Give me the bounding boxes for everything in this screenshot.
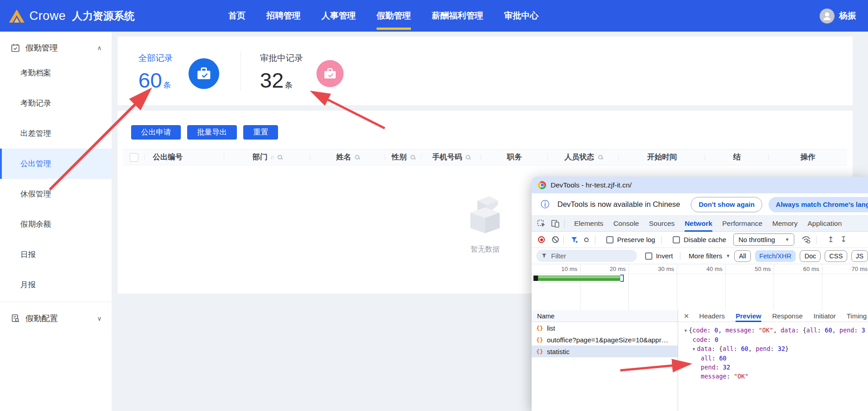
action-button[interactable]: 公出申请: [131, 125, 181, 140]
throttling-select[interactable]: No throttling ▼: [733, 234, 794, 246]
sidebar-item[interactable]: 假期余额: [0, 209, 112, 239]
request-type-chip[interactable]: All: [734, 250, 750, 262]
column-header[interactable]: 手机号码: [421, 149, 481, 165]
timeline-tick-label: 20 ms: [599, 266, 626, 272]
search-icon[interactable]: [466, 155, 470, 159]
close-icon[interactable]: ✕: [684, 312, 689, 320]
waterfall-start-block: [533, 276, 538, 281]
sidebar-item[interactable]: 公出管理: [0, 149, 112, 179]
action-button[interactable]: 批量导出: [187, 125, 237, 140]
dont-show-again-button[interactable]: Don't show again: [691, 197, 762, 212]
devtools-tab[interactable]: Application: [807, 216, 842, 232]
search-icon[interactable]: [584, 238, 589, 242]
export-har-icon[interactable]: ↧: [840, 235, 846, 244]
json-request-icon: {}: [536, 325, 543, 332]
stat-label: 全部记录: [138, 52, 173, 64]
column-header[interactable]: 人员状态: [548, 149, 619, 165]
nav-item[interactable]: 招聘管理: [266, 0, 301, 32]
checkbox-icon[interactable]: [645, 252, 652, 260]
devtools-tab[interactable]: Elements: [574, 216, 604, 232]
always-match-language-button[interactable]: Always match Chrome's lang: [769, 197, 868, 212]
inspect-element-icon[interactable]: [537, 220, 546, 228]
nav-item[interactable]: 首页: [228, 0, 245, 32]
search-icon[interactable]: [278, 155, 282, 159]
checkbox-icon[interactable]: [673, 236, 680, 243]
sort-icon[interactable]: ↓↑: [270, 154, 274, 160]
sidebar-item[interactable]: 考勤档案: [0, 58, 112, 88]
devtools-tab[interactable]: Memory: [772, 216, 797, 232]
request-row[interactable]: {}list: [532, 322, 678, 334]
column-header[interactable]: 部门↓↑: [224, 149, 310, 165]
invert-checkbox[interactable]: Invert: [645, 252, 673, 260]
expand-arrow-icon[interactable]: ▼: [693, 347, 695, 351]
preview-json-line[interactable]: ▼data: {all: 60, pend: 32}: [678, 344, 868, 354]
devtools-tab[interactable]: Console: [613, 216, 639, 232]
nav-item[interactable]: 人事管理: [321, 0, 356, 32]
sidebar-item[interactable]: 日报: [0, 239, 112, 270]
column-header[interactable]: 性别: [385, 149, 421, 165]
sidebar-item[interactable]: 月报: [0, 270, 112, 300]
request-type-chip[interactable]: CSS: [825, 250, 847, 262]
nav-item[interactable]: 薪酬福利管理: [432, 0, 483, 32]
import-har-icon[interactable]: ↥: [827, 235, 834, 244]
requests-column-header[interactable]: Name: [532, 310, 678, 322]
detail-tab[interactable]: Headers: [699, 310, 725, 322]
checkbox-icon[interactable]: [130, 153, 138, 162]
checkbox-icon[interactable]: [606, 236, 613, 243]
search-icon[interactable]: [410, 155, 415, 159]
brand: Crowe 人力资源系统: [8, 8, 135, 23]
devtools-tab[interactable]: Performance: [722, 216, 763, 232]
detail-tab[interactable]: Timing: [847, 310, 867, 322]
username: 杨振: [839, 10, 856, 22]
request-type-chip[interactable]: Fetch/XHR: [755, 250, 796, 262]
preview-json-line[interactable]: ▼{code: 0, message: "OK", data: {all: 60…: [678, 326, 868, 335]
column-header[interactable]: 结: [705, 149, 769, 165]
request-type-chip[interactable]: Doc: [800, 250, 821, 262]
devtools-tab[interactable]: Sources: [649, 216, 675, 232]
search-icon[interactable]: [355, 155, 359, 159]
waterfall-green-bar: [538, 276, 620, 281]
sidebar-group-config[interactable]: 假勤配置 ∨: [0, 308, 112, 328]
timeline-tick-label: 40 ms: [695, 266, 722, 272]
chrome-icon: [538, 181, 546, 189]
select-all-checkbox[interactable]: [123, 149, 145, 165]
column-header[interactable]: 公出编号: [145, 149, 224, 165]
stat-unit: 条: [285, 81, 292, 89]
filter-input[interactable]: Filter: [536, 250, 637, 262]
request-type-chip[interactable]: JS: [851, 250, 868, 262]
detail-tab[interactable]: Initiator: [814, 310, 836, 322]
sidebar-item[interactable]: 出差管理: [0, 118, 112, 149]
record-network-log-icon[interactable]: [538, 236, 545, 243]
sidebar-item[interactable]: 休假管理: [0, 179, 112, 209]
more-filters-button[interactable]: More filters ▼: [689, 252, 730, 260]
clear-network-log-icon[interactable]: [552, 236, 559, 243]
user-menu[interactable]: 杨振: [820, 0, 856, 32]
column-header[interactable]: 操作: [769, 149, 847, 165]
nav-item[interactable]: 假勤管理: [377, 0, 411, 32]
expand-arrow-icon[interactable]: ▼: [684, 328, 687, 333]
filter-funnel-icon[interactable]: [571, 237, 578, 243]
detail-tab[interactable]: Response: [772, 310, 803, 322]
action-button[interactable]: 重置: [243, 125, 278, 140]
network-overview-timeline[interactable]: 10 ms20 ms30 ms40 ms50 ms60 ms70 ms: [532, 264, 868, 311]
waterfall-selection-handle[interactable]: [620, 275, 624, 282]
stat-unit: 条: [163, 81, 171, 89]
disable-cache-checkbox[interactable]: Disable cache: [673, 236, 726, 243]
device-toolbar-icon[interactable]: [551, 220, 560, 228]
nav-item[interactable]: 审批中心: [504, 0, 538, 32]
sidebar-group-attendance[interactable]: 假勤管理 ∧: [0, 38, 112, 58]
network-conditions-icon[interactable]: [802, 236, 811, 243]
preserve-log-checkbox[interactable]: Preserve log: [606, 236, 655, 243]
devtools-language-banner: ⓘ DevTools is now available in Chinese D…: [532, 193, 868, 216]
search-icon[interactable]: [598, 155, 603, 159]
column-header[interactable]: 职务: [481, 149, 548, 165]
request-row[interactable]: {}statistic: [532, 346, 678, 357]
column-header[interactable]: 开始时间: [619, 149, 705, 165]
filter-placeholder: Filter: [551, 252, 566, 260]
column-header[interactable]: 姓名: [310, 149, 385, 165]
request-row[interactable]: {}outoffice?page=1&pageSize=10&appr…: [532, 334, 678, 346]
detail-tab[interactable]: Preview: [736, 310, 761, 322]
timeline-gridline: [628, 264, 629, 310]
devtools-tab[interactable]: Network: [684, 216, 712, 232]
sidebar-item[interactable]: 考勤记录: [0, 88, 112, 118]
